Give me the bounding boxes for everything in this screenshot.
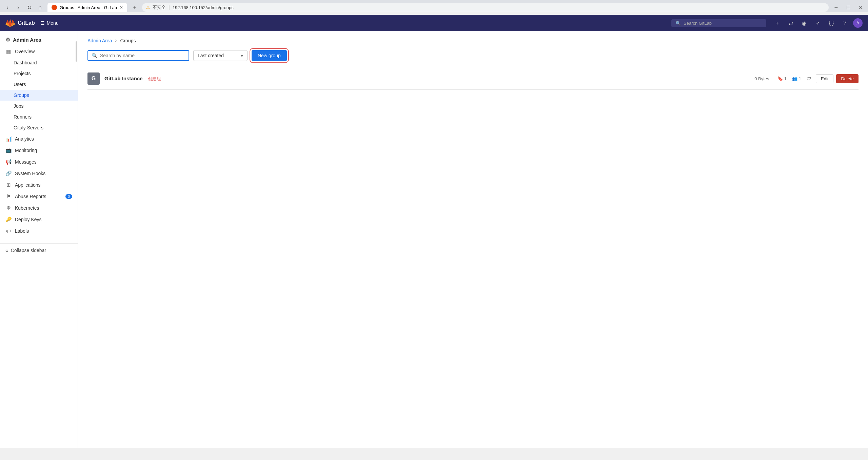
bookmark-icon: 🔖	[777, 76, 783, 81]
search-input[interactable]	[100, 53, 185, 58]
security-label: 不安全	[153, 4, 166, 11]
applications-icon: ⊞	[5, 182, 12, 188]
sidebar-item-projects[interactable]: Projects	[0, 68, 78, 79]
window-maximize-button[interactable]: □	[844, 3, 853, 12]
group-projects-count: 🔖 1	[777, 76, 787, 81]
group-info: GitLab Instance 创建组	[104, 76, 750, 82]
window-close-button[interactable]: ✕	[856, 3, 865, 12]
admin-area-header: ⚙ Admin Area	[0, 31, 78, 46]
sidebar-item-monitoring-label: Monitoring	[15, 148, 72, 153]
sidebar-item-abuse-reports[interactable]: ⚑ Abuse Reports 0	[0, 191, 78, 202]
menu-label: Menu	[47, 20, 59, 26]
user-avatar[interactable]: A	[853, 18, 863, 28]
messages-icon: 📢	[5, 159, 12, 165]
table-row: G GitLab Instance 创建组 0 Bytes 🔖 1 👥	[87, 68, 859, 90]
group-name[interactable]: GitLab Instance	[104, 76, 143, 81]
sidebar-item-runners-label: Runners	[14, 114, 72, 120]
sidebar-item-analytics[interactable]: 📊 Analytics	[0, 133, 78, 145]
global-search-bar[interactable]: 🔍 Search GitLab	[671, 19, 766, 27]
home-button[interactable]: ⌂	[35, 3, 45, 12]
merge-requests-button[interactable]: ⇄	[785, 18, 796, 28]
url-display[interactable]: 192.168.100.152/admin/groups	[173, 5, 234, 10]
breadcrumb: Admin Area > Groups	[87, 38, 859, 43]
sidebar-item-runners[interactable]: Runners	[0, 111, 78, 122]
delete-group-button[interactable]: Delete	[836, 74, 859, 83]
admin-area-icon: ⚙	[5, 37, 10, 43]
collapse-sidebar-button[interactable]: « Collapse sidebar	[5, 248, 72, 253]
sidebar-item-kubernetes[interactable]: ☸ Kubernetes	[0, 202, 78, 214]
sidebar-item-system-hooks[interactable]: 🔗 System Hooks	[0, 168, 78, 179]
reload-button[interactable]: ↻	[24, 3, 34, 12]
system-hooks-icon: 🔗	[5, 170, 12, 176]
todo-button[interactable]: ✓	[812, 18, 823, 28]
sidebar-item-groups[interactable]: Groups	[0, 90, 78, 101]
deploy-keys-icon: 🔑	[5, 216, 12, 223]
gitlab-logo[interactable]: GitLab	[5, 18, 35, 28]
collapse-sidebar-label: Collapse sidebar	[11, 248, 46, 253]
security-warning-icon: ⚠	[146, 5, 150, 10]
breadcrumb-separator: >	[115, 38, 117, 43]
groups-toolbar: 🔍 Last created ▾ New group	[87, 50, 859, 61]
sidebar-item-overview[interactable]: ▦ Overview	[0, 46, 78, 57]
search-wrapper: 🔍	[87, 50, 189, 61]
group-shield: 🛡	[807, 76, 811, 81]
group-members-count: 👥 1	[792, 76, 801, 81]
sidebar-item-labels[interactable]: 🏷 Labels	[0, 225, 78, 236]
new-group-button[interactable]: New group	[252, 50, 287, 61]
back-button[interactable]: ‹	[3, 3, 12, 12]
group-create-label: 创建组	[148, 76, 161, 81]
sidebar-item-dashboard[interactable]: Dashboard	[0, 57, 78, 68]
issues-button[interactable]: ◉	[799, 18, 810, 28]
group-meta: 0 Bytes 🔖 1 👥 1 🛡	[754, 76, 811, 81]
shield-icon: 🛡	[807, 76, 811, 81]
sidebar-item-applications-label: Applications	[15, 182, 72, 188]
sidebar-item-users[interactable]: Users	[0, 79, 78, 90]
sidebar-item-system-hooks-label: System Hooks	[15, 171, 72, 176]
group-actions: Edit Delete	[816, 74, 859, 83]
edit-group-button[interactable]: Edit	[816, 74, 833, 83]
tab-title: Groups · Admin Area · GitLab	[60, 5, 117, 10]
group-avatar: G	[87, 72, 100, 85]
sidebar-item-gitaly-servers[interactable]: Gitaly Servers	[0, 122, 78, 133]
sidebar-item-analytics-label: Analytics	[15, 136, 72, 142]
breadcrumb-admin-link[interactable]: Admin Area	[87, 38, 112, 43]
new-tab-button[interactable]: +	[130, 3, 139, 12]
sidebar-item-jobs[interactable]: Jobs	[0, 101, 78, 111]
forward-button[interactable]: ›	[14, 3, 23, 12]
hamburger-icon: ☰	[40, 20, 45, 26]
analytics-icon: 📊	[5, 136, 12, 142]
sidebar-item-dashboard-label: Dashboard	[14, 60, 72, 65]
new-item-button[interactable]: ＋	[772, 18, 783, 28]
sidebar-item-deploy-keys-label: Deploy Keys	[15, 217, 72, 222]
admin-area-label: Admin Area	[13, 37, 41, 43]
abuse-reports-icon: ⚑	[5, 193, 12, 200]
sidebar-item-gitaly-servers-label: Gitaly Servers	[14, 125, 72, 130]
tab-favicon	[52, 5, 57, 10]
projects-number: 1	[784, 76, 787, 81]
window-minimize-button[interactable]: –	[831, 3, 841, 12]
sidebar-item-groups-label: Groups	[14, 92, 72, 98]
search-placeholder: Search GitLab	[684, 21, 712, 26]
sort-dropdown[interactable]: Last created ▾	[193, 50, 248, 61]
sidebar-item-jobs-label: Jobs	[14, 103, 72, 109]
chevron-left-icon: «	[5, 248, 8, 253]
members-number: 1	[799, 76, 801, 81]
labels-icon: 🏷	[5, 228, 12, 234]
sidebar-item-abuse-reports-label: Abuse Reports	[15, 194, 62, 199]
navbar-menu-button[interactable]: ☰ Menu	[40, 20, 59, 26]
snippets-button[interactable]: { }	[826, 18, 837, 28]
dropdown-arrow-icon: ▾	[241, 53, 243, 58]
gitlab-wordmark: GitLab	[18, 20, 35, 26]
url-separator: |	[169, 5, 170, 10]
sidebar-item-monitoring[interactable]: 📺 Monitoring	[0, 145, 78, 156]
sidebar-item-kubernetes-label: Kubernetes	[15, 205, 72, 211]
tab-close-button[interactable]: ✕	[120, 5, 123, 10]
monitoring-icon: 📺	[5, 147, 12, 153]
help-button[interactable]: ?	[840, 18, 850, 28]
group-size: 0 Bytes	[754, 76, 769, 81]
sidebar-item-applications[interactable]: ⊞ Applications	[0, 179, 78, 191]
sidebar-item-messages[interactable]: 📢 Messages	[0, 156, 78, 168]
sidebar: ⚙ Admin Area ▦ Overview Dashboard Projec…	[0, 31, 78, 448]
kubernetes-icon: ☸	[5, 205, 12, 211]
sidebar-item-deploy-keys[interactable]: 🔑 Deploy Keys	[0, 214, 78, 225]
